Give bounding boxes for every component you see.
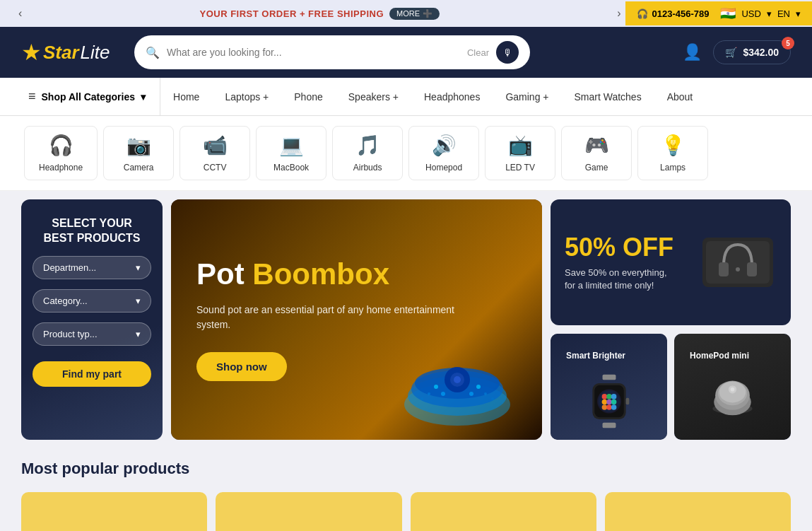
categories-row: 🎧 Headphone 📷 Camera 📹 CCTV 💻 MacBook 🎵 … xyxy=(0,116,812,191)
category-cctv-label: CCTV xyxy=(204,163,227,173)
nav-gaming[interactable]: Gaming + xyxy=(493,80,561,114)
svg-point-29 xyxy=(601,399,607,405)
category-game[interactable]: 🎮 Game xyxy=(561,126,632,180)
next-arrow[interactable]: › xyxy=(613,6,625,21)
more-button[interactable]: MORE ➕ xyxy=(389,8,440,20)
chevron-down-icon: ▾ xyxy=(136,262,141,273)
svg-point-19 xyxy=(736,267,740,272)
logo[interactable]: ★ Star Lite xyxy=(21,41,120,64)
logo-text-star: Star xyxy=(43,42,79,64)
smart-brighter-label: Smart Brighter xyxy=(566,351,667,361)
department-dropdown[interactable]: Departmen... ▾ xyxy=(33,256,151,279)
svg-point-28 xyxy=(611,394,616,399)
announcement-center: YOUR FIRST ORDER + FREE SHIPPING MORE ➕ xyxy=(26,8,613,20)
svg-point-30 xyxy=(606,399,612,405)
promo-text: 50% OFF Save 50% on everything, for a li… xyxy=(565,233,673,292)
flag-icon: 🇮🇳 xyxy=(720,6,736,21)
promo-desc: Save 50% on everything, for a limited ti… xyxy=(565,267,673,292)
svg-rect-17 xyxy=(719,262,729,276)
search-bar: 🔍 Clear 🎙 xyxy=(134,35,530,69)
nav-home[interactable]: Home xyxy=(160,80,212,114)
svg-point-11 xyxy=(428,392,430,395)
game-icon: 🎮 xyxy=(584,134,609,157)
category-camera-label: Camera xyxy=(124,163,154,173)
hamburger-icon: ≡ xyxy=(28,89,36,104)
svg-point-10 xyxy=(469,392,473,396)
svg-rect-18 xyxy=(747,262,757,276)
nav-about[interactable]: About xyxy=(654,80,706,114)
product-card-4[interactable] xyxy=(605,492,791,531)
airbuds-icon: 🎵 xyxy=(355,134,380,157)
chevron-down-icon: ▾ xyxy=(136,296,141,306)
category-macbook[interactable]: 💻 MacBook xyxy=(256,126,326,180)
category-lamps[interactable]: 💡 Lamps xyxy=(637,126,708,180)
main-banner: Pot Boombox Sound pot are an essential p… xyxy=(171,199,542,440)
shop-all-categories[interactable]: ≡ Shop All Categories ▾ xyxy=(14,78,160,115)
svg-point-42 xyxy=(731,387,735,391)
svg-point-9 xyxy=(441,392,445,396)
find-part-button[interactable]: Find my part xyxy=(33,361,151,387)
header: ★ Star Lite 🔍 Clear 🎙 👤 🛒 $342.00 5 xyxy=(0,27,812,78)
category-homepod[interactable]: 🔊 Homepod xyxy=(408,126,479,180)
selector-card: SELECT YOUR BEST PRODUCTS Departmen... ▾… xyxy=(21,199,163,440)
mini-card-homepod[interactable]: HomePod mini xyxy=(674,334,791,440)
category-game-label: Game xyxy=(585,163,608,173)
mini-card-smart-brighter[interactable]: Smart Brighter xyxy=(551,334,667,440)
category-airbuds[interactable]: 🎵 Airbuds xyxy=(332,126,403,180)
category-ledtv-label: LED TV xyxy=(505,163,535,173)
category-macbook-label: MacBook xyxy=(273,163,309,173)
clear-button[interactable]: Clear xyxy=(467,47,489,58)
chevron-down-icon: ▾ xyxy=(141,91,146,103)
category-ledtv[interactable]: 📺 LED TV xyxy=(485,126,555,180)
svg-rect-21 xyxy=(602,423,616,428)
hero-section: SELECT YOUR BEST PRODUCTS Departmen... ▾… xyxy=(0,191,812,448)
prev-arrow[interactable]: ‹ xyxy=(14,6,26,21)
promo-off: 50% OFF xyxy=(565,233,673,262)
svg-point-32 xyxy=(601,404,607,410)
most-popular-section: Most popular products xyxy=(0,448,812,484)
phone-info: 🎧 0123-456-789 xyxy=(637,8,710,19)
cart-amount: $342.00 xyxy=(743,47,779,58)
search-icon: 🔍 xyxy=(146,46,160,59)
svg-point-6 xyxy=(454,376,461,383)
promo-card-top: 50% OFF Save 50% on everything, for a li… xyxy=(551,199,791,325)
headphone-promo-illustration xyxy=(699,231,777,294)
product-card-3[interactable] xyxy=(411,492,596,531)
mic-icon: 🎙 xyxy=(503,47,512,58)
cart-button[interactable]: 🛒 $342.00 5 xyxy=(713,40,791,64)
product-card-1[interactable] xyxy=(21,492,207,531)
search-input[interactable] xyxy=(167,47,460,58)
homepod-illustration xyxy=(706,366,759,419)
nav-bar: ≡ Shop All Categories ▾ Home Laptops + P… xyxy=(0,78,812,116)
svg-point-34 xyxy=(611,404,616,410)
announcement-text: YOUR FIRST ORDER + FREE SHIPPING xyxy=(200,8,384,19)
headphone-icon: 🎧 xyxy=(49,134,73,157)
selector-title: SELECT YOUR BEST PRODUCTS xyxy=(33,216,151,246)
nav-links: Home Laptops + Phone Speakers + Headphon… xyxy=(160,80,705,114)
svg-point-13 xyxy=(420,397,423,400)
cart-badge: 5 xyxy=(782,37,794,49)
nav-smart-watches[interactable]: Smart Watches xyxy=(561,80,654,114)
user-icon[interactable]: 👤 xyxy=(683,43,702,62)
svg-point-31 xyxy=(611,399,616,405)
ledtv-icon: 📺 xyxy=(508,134,533,157)
category-headphone[interactable]: 🎧 Headphone xyxy=(24,126,98,180)
nav-speakers[interactable]: Speakers + xyxy=(336,80,411,114)
logo-text-lite: Lite xyxy=(81,42,110,64)
svg-rect-20 xyxy=(602,375,616,380)
nav-phone[interactable]: Phone xyxy=(281,80,335,114)
announcement-bar: ‹ YOUR FIRST ORDER + FREE SHIPPING MORE … xyxy=(0,0,812,27)
category-dropdown[interactable]: Category... ▾ xyxy=(33,289,151,313)
product-card-2[interactable] xyxy=(216,492,401,531)
category-cctv[interactable]: 📹 CCTV xyxy=(180,126,250,180)
product-type-dropdown[interactable]: Product typ... ▾ xyxy=(33,322,151,346)
shop-now-button[interactable]: Shop now xyxy=(196,352,287,381)
svg-rect-35 xyxy=(625,398,629,404)
macbook-icon: 💻 xyxy=(279,134,304,157)
nav-laptops[interactable]: Laptops + xyxy=(212,80,281,114)
mic-button[interactable]: 🎙 xyxy=(496,41,519,64)
category-camera[interactable]: 📷 Camera xyxy=(103,126,174,180)
nav-headphones[interactable]: Headphones xyxy=(411,80,493,114)
svg-point-33 xyxy=(606,404,612,410)
camera-icon: 📷 xyxy=(126,134,151,157)
